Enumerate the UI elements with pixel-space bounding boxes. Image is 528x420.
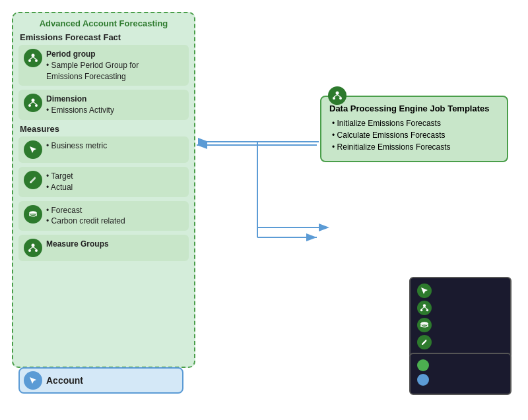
legend-database-item [417, 318, 504, 332]
period-group-card: Period group • Sample Period Group forEm… [18, 45, 189, 86]
legend-cursor-item [417, 284, 504, 298]
account-box: Account [18, 367, 183, 394]
legend-green-dot [417, 359, 429, 371]
dp-box-title: Data Processing Engine Job Templates [329, 104, 499, 113]
legend-blue-item [417, 374, 504, 386]
main-box-title: Advanced Account Forecasting [18, 18, 189, 28]
svg-point-21 [28, 249, 31, 252]
account-label: Account [46, 375, 83, 386]
dp-item-1: • Initialize Emissions Forecasts [329, 119, 499, 128]
legend-database-icon [417, 318, 432, 332]
measure-groups-text: Measure Groups [46, 239, 109, 250]
svg-point-12 [28, 104, 31, 107]
legend-hierarchy-icon [417, 301, 432, 315]
hierarchy-icon-1 [24, 49, 42, 67]
legend-box-colors [409, 353, 512, 395]
fact-label: Emissions Forecast Fact [20, 32, 189, 42]
wrench-icon-1 [24, 171, 42, 189]
dimension-text: Dimension • Emissions Activity [46, 94, 114, 116]
legend-green-item [417, 359, 504, 371]
svg-line-33 [422, 307, 424, 309]
svg-point-13 [35, 104, 38, 107]
svg-point-22 [35, 249, 38, 252]
svg-point-16 [30, 181, 31, 183]
svg-point-11 [32, 99, 35, 102]
svg-line-14 [30, 102, 33, 105]
svg-line-29 [337, 95, 341, 98]
svg-point-32 [426, 309, 429, 312]
svg-point-27 [339, 97, 342, 100]
svg-point-8 [35, 59, 38, 62]
legend-wrench-item [417, 335, 504, 349]
svg-line-34 [424, 307, 427, 309]
svg-point-20 [32, 244, 35, 247]
dp-item-3: • Reinitialize Emissions Forecasts [329, 142, 499, 152]
hierarchy-icon-3 [24, 239, 42, 257]
svg-point-30 [423, 304, 426, 307]
period-group-text: Period group • Sample Period Group forEm… [46, 49, 139, 82]
svg-line-15 [33, 102, 36, 105]
dp-engine-box: Data Processing Engine Job Templates • I… [320, 96, 508, 162]
svg-line-9 [30, 57, 33, 60]
forecast-carbon-text: • Forecast • Carbon credit related [46, 205, 125, 227]
legend-box-icons [409, 277, 512, 359]
svg-point-7 [28, 59, 31, 62]
business-metric-card: • Business metric [18, 136, 189, 163]
target-actual-text: • Target • Actual [46, 171, 73, 193]
account-cursor-icon [24, 371, 42, 390]
svg-line-10 [33, 57, 36, 60]
svg-point-17 [30, 211, 36, 214]
measures-label: Measures [20, 124, 187, 134]
main-diagram-box: Advanced Account Forecasting Emissions F… [12, 12, 195, 368]
business-metric-text: • Business metric [46, 140, 107, 152]
svg-point-35 [421, 322, 428, 324]
target-actual-card: • Target • Actual [18, 167, 189, 197]
svg-line-24 [33, 247, 36, 250]
database-icon-1 [24, 205, 42, 224]
legend-hierarchy-item [417, 301, 504, 315]
dimension-card: Dimension • Emissions Activity [18, 90, 189, 120]
forecast-carbon-card: • Forecast • Carbon credit related [18, 201, 189, 231]
measure-groups-card: Measure Groups [18, 235, 189, 261]
dp-hierarchy-icon [328, 86, 346, 105]
svg-point-31 [420, 309, 423, 312]
dp-item-2: • Calculate Emissions Forecasts [329, 131, 499, 140]
svg-point-38 [422, 344, 423, 345]
svg-line-23 [30, 247, 33, 250]
svg-point-26 [333, 97, 335, 100]
svg-line-28 [334, 95, 337, 98]
legend-wrench-icon [417, 335, 432, 349]
cursor-icon-1 [24, 140, 42, 159]
hierarchy-icon-2 [24, 94, 42, 112]
svg-point-25 [336, 92, 339, 95]
svg-point-6 [32, 54, 35, 57]
legend-blue-dot [417, 374, 429, 386]
legend-cursor-icon [417, 284, 432, 298]
